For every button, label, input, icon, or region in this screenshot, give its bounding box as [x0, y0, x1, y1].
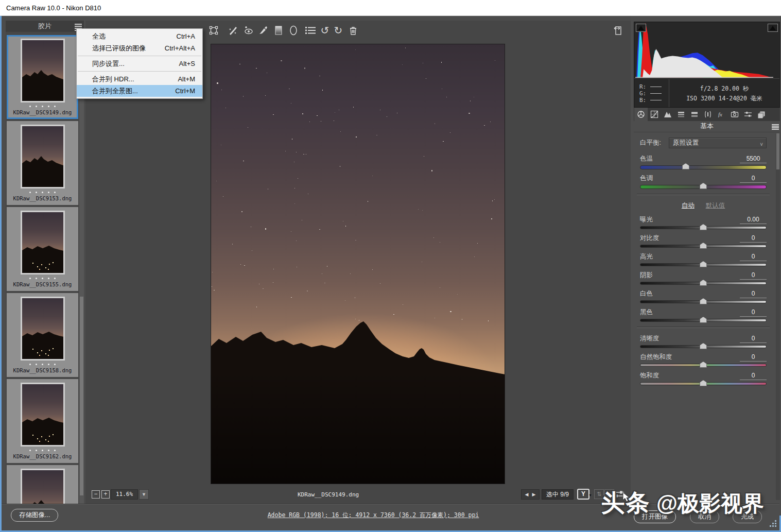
- tint-slider[interactable]: [640, 185, 767, 189]
- radial-filter-tool-icon[interactable]: [287, 24, 300, 37]
- panel-scrollbar-thumb[interactable]: [776, 133, 779, 169]
- highlight-clipping-warning-icon[interactable]: [768, 24, 778, 32]
- slider-thumb[interactable]: [682, 163, 689, 169]
- tab-basic[interactable]: [634, 108, 648, 121]
- fullscreen-toggle-icon[interactable]: [612, 24, 624, 37]
- zoom-level-dropdown-icon[interactable]: ▼: [139, 489, 149, 500]
- tab-camera-calibration[interactable]: [728, 108, 741, 121]
- transform-tool-icon[interactable]: [207, 24, 220, 37]
- blacks-value[interactable]: 0: [740, 308, 767, 317]
- zoom-level-field[interactable]: 11.6%: [111, 489, 138, 500]
- slider-vibrance: 自然饱和度0: [640, 353, 767, 367]
- spot-removal-tool-icon[interactable]: [227, 24, 239, 37]
- vibrance-value[interactable]: 0: [740, 353, 767, 362]
- contrast-slider[interactable]: [640, 245, 767, 248]
- menu-item-merge-hdr[interactable]: 合并到 HDR...Alt+M: [77, 73, 202, 85]
- delete-icon[interactable]: [347, 24, 359, 37]
- menu-item-select-rated[interactable]: 选择已评级的图像Ctrl+Alt+A: [77, 42, 202, 54]
- tab-tone-curve[interactable]: [648, 108, 661, 121]
- rotate-right-icon[interactable]: ↻: [332, 24, 344, 37]
- filmstrip-scrollbar[interactable]: [79, 32, 84, 505]
- shadow-clipping-warning-icon[interactable]: [636, 24, 646, 32]
- save-image-button[interactable]: 存储图像...: [11, 509, 58, 522]
- filmstrip-item[interactable]: KDRaw__DSC9149.dng: [7, 35, 78, 119]
- tab-effects[interactable]: fx: [715, 108, 728, 121]
- panel-tabs: fx: [634, 108, 780, 121]
- window-title: Camera Raw 10.0 - Nikon D810: [6, 4, 101, 12]
- white-balance-select[interactable]: 原照设置˅: [669, 138, 767, 148]
- shadows-slider[interactable]: [640, 282, 767, 285]
- saturation-slider[interactable]: [640, 382, 767, 385]
- basic-controls: 白平衡: 原照设置˅ 色温5500 色调0 自动 默认值 曝光0.: [640, 138, 767, 390]
- rotate-left-icon[interactable]: ↺: [319, 24, 331, 37]
- highlights-slider[interactable]: [640, 263, 767, 266]
- slider-thumb[interactable]: [700, 261, 707, 267]
- adjustment-brush-tool-icon[interactable]: [257, 24, 269, 37]
- panel-scrollbar[interactable]: [776, 133, 780, 500]
- slider-thumb[interactable]: [700, 380, 707, 386]
- filmstrip-item[interactable]: KDRaw__DSC9162.dng: [7, 379, 78, 463]
- tint-value[interactable]: 0: [740, 175, 767, 183]
- tab-split-toning[interactable]: [688, 108, 701, 121]
- next-image-icon[interactable]: ▶: [532, 492, 536, 497]
- resize-grip[interactable]: [769, 520, 776, 527]
- workflow-options-link[interactable]: Adobe RGB (1998); 16 位; 4912 x 7360 (36.…: [268, 511, 479, 519]
- filmstrip-item[interactable]: KDRaw__DSC9153.dng: [7, 121, 78, 205]
- slider-exposure: 曝光0.00: [640, 215, 767, 229]
- preview-statusbar: − + 11.6% ▼ KDRaw__DSC9149.dng ◀▶ 选中 9/9…: [85, 487, 631, 503]
- red-eye-tool-icon[interactable]: [242, 24, 254, 37]
- thumbnail-filename: KDRaw__DSC9158.dng: [7, 367, 78, 373]
- clarity-slider[interactable]: [640, 345, 767, 348]
- slider-thumb[interactable]: [700, 224, 707, 230]
- clarity-value[interactable]: 0: [740, 335, 767, 343]
- shadows-value[interactable]: 0: [740, 271, 767, 280]
- vibrance-slider[interactable]: [640, 364, 767, 367]
- menu-separator: [78, 56, 201, 56]
- whites-value[interactable]: 0: [740, 290, 767, 298]
- tab-snapshots[interactable]: [755, 108, 768, 121]
- menu-item-select-all[interactable]: 全选Ctrl+A: [77, 30, 202, 42]
- slider-thumb[interactable]: [700, 298, 707, 304]
- whites-slider[interactable]: [640, 300, 767, 303]
- tab-lens-corrections[interactable]: [701, 108, 715, 121]
- temperature-slider[interactable]: [640, 165, 767, 169]
- temperature-value[interactable]: 5500: [740, 155, 767, 163]
- exposure-value[interactable]: 0.00: [740, 216, 767, 224]
- zoom-out-button[interactable]: −: [92, 490, 100, 499]
- slider-thumb[interactable]: [700, 362, 707, 368]
- saturation-value[interactable]: 0: [740, 372, 767, 380]
- tab-detail[interactable]: [661, 108, 674, 121]
- filmstrip-item[interactable]: KDRaw__DSC9155.dng: [7, 207, 78, 291]
- default-link[interactable]: 默认值: [706, 201, 725, 210]
- blacks-slider[interactable]: [640, 319, 767, 322]
- highlights-value[interactable]: 0: [740, 253, 767, 261]
- auto-link[interactable]: 自动: [682, 201, 695, 210]
- slider-thumb[interactable]: [700, 317, 707, 323]
- menu-item-sync-settings[interactable]: 同步设置...Alt+S: [77, 58, 202, 70]
- current-filename: KDRaw__DSC9149.dng: [298, 491, 359, 498]
- prev-image-icon[interactable]: ◀: [525, 492, 529, 497]
- slider-thumb[interactable]: [700, 243, 707, 249]
- divider: [637, 194, 770, 195]
- slider-thumb[interactable]: [700, 183, 707, 189]
- foreground-shade: [211, 369, 505, 484]
- panel-menu-icon[interactable]: [772, 124, 779, 130]
- thumbnail-image: [21, 383, 65, 447]
- graduated-filter-tool-icon[interactable]: [272, 24, 285, 37]
- slider-thumb[interactable]: [700, 280, 707, 286]
- slider-thumb[interactable]: [700, 343, 707, 349]
- filmstrip-item[interactable]: [7, 465, 78, 505]
- exif-line-2: ISO 3200 14-24@20 毫米: [669, 94, 779, 104]
- contrast-value[interactable]: 0: [740, 234, 767, 243]
- before-after-toggle[interactable]: Y▼: [577, 489, 589, 500]
- zoom-in-button[interactable]: +: [101, 490, 110, 499]
- filmstrip-item[interactable]: KDRaw__DSC9158.dng: [7, 293, 78, 377]
- tab-presets[interactable]: [741, 108, 755, 121]
- filmstrip-scrollbar-thumb[interactable]: [80, 297, 83, 495]
- preview-image[interactable]: [211, 44, 505, 484]
- preferences-tool-icon[interactable]: [304, 24, 317, 37]
- menu-item-merge-panorama[interactable]: 合并到全景图...Ctrl+M: [77, 85, 202, 97]
- image-nav-arrows[interactable]: ◀▶: [521, 489, 540, 500]
- tab-hsl-grayscale[interactable]: [674, 108, 688, 121]
- exposure-slider[interactable]: [640, 226, 767, 229]
